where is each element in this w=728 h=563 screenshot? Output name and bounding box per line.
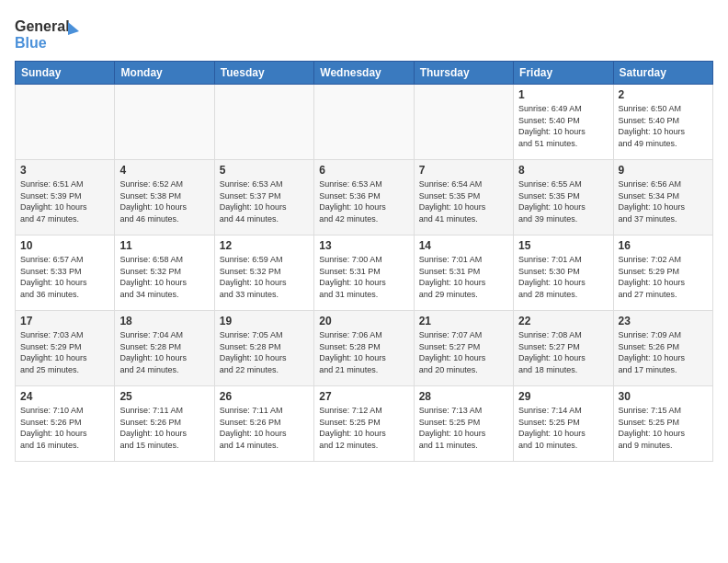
calendar-day bbox=[314, 85, 414, 160]
calendar-day: 29Sunrise: 7:14 AM Sunset: 5:25 PM Dayli… bbox=[514, 386, 613, 462]
calendar-day: 5Sunrise: 6:53 AM Sunset: 5:37 PM Daylig… bbox=[214, 160, 313, 236]
calendar-day: 21Sunrise: 7:07 AM Sunset: 5:27 PM Dayli… bbox=[414, 311, 513, 386]
calendar-day: 7Sunrise: 6:54 AM Sunset: 5:35 PM Daylig… bbox=[414, 160, 513, 236]
calendar-day: 26Sunrise: 7:11 AM Sunset: 5:26 PM Dayli… bbox=[214, 386, 313, 462]
day-number: 8 bbox=[518, 164, 608, 177]
day-info: Sunrise: 6:50 AM Sunset: 5:40 PM Dayligh… bbox=[619, 103, 708, 149]
day-info: Sunrise: 7:06 AM Sunset: 5:28 PM Dayligh… bbox=[319, 329, 408, 375]
day-number: 13 bbox=[319, 239, 408, 252]
calendar-day: 24Sunrise: 7:10 AM Sunset: 5:26 PM Dayli… bbox=[16, 386, 115, 462]
calendar-day: 18Sunrise: 7:04 AM Sunset: 5:28 PM Dayli… bbox=[115, 311, 214, 386]
calendar-week-5: 24Sunrise: 7:10 AM Sunset: 5:26 PM Dayli… bbox=[16, 386, 713, 462]
day-info: Sunrise: 6:54 AM Sunset: 5:35 PM Dayligh… bbox=[419, 178, 508, 224]
day-info: Sunrise: 7:01 AM Sunset: 5:31 PM Dayligh… bbox=[419, 254, 508, 300]
calendar-day bbox=[115, 85, 214, 160]
day-number: 28 bbox=[419, 390, 508, 403]
day-info: Sunrise: 7:03 AM Sunset: 5:29 PM Dayligh… bbox=[20, 329, 109, 375]
day-number: 18 bbox=[119, 315, 209, 327]
day-info: Sunrise: 7:01 AM Sunset: 5:30 PM Dayligh… bbox=[518, 254, 608, 300]
calendar-day: 25Sunrise: 7:11 AM Sunset: 5:26 PM Dayli… bbox=[115, 386, 214, 462]
day-number: 4 bbox=[119, 164, 209, 177]
calendar-day: 1Sunrise: 6:49 AM Sunset: 5:40 PM Daylig… bbox=[514, 85, 613, 160]
calendar-day: 10Sunrise: 6:57 AM Sunset: 5:33 PM Dayli… bbox=[16, 236, 115, 311]
day-number: 3 bbox=[20, 164, 109, 177]
calendar-header-friday: Friday bbox=[514, 62, 613, 85]
calendar-day: 8Sunrise: 6:55 AM Sunset: 5:35 PM Daylig… bbox=[514, 160, 613, 236]
day-number: 12 bbox=[220, 239, 309, 252]
day-number: 15 bbox=[518, 239, 608, 252]
day-number: 9 bbox=[619, 164, 708, 177]
day-number: 30 bbox=[619, 390, 708, 403]
day-number: 2 bbox=[619, 88, 708, 101]
day-info: Sunrise: 7:11 AM Sunset: 5:26 PM Dayligh… bbox=[119, 405, 209, 451]
calendar-day: 9Sunrise: 6:56 AM Sunset: 5:34 PM Daylig… bbox=[613, 160, 712, 236]
calendar-day: 4Sunrise: 6:52 AM Sunset: 5:38 PM Daylig… bbox=[115, 160, 214, 236]
calendar-day: 3Sunrise: 6:51 AM Sunset: 5:39 PM Daylig… bbox=[16, 160, 115, 236]
calendar-day: 16Sunrise: 7:02 AM Sunset: 5:29 PM Dayli… bbox=[613, 236, 712, 311]
calendar-header-tuesday: Tuesday bbox=[214, 62, 313, 85]
day-number: 19 bbox=[220, 315, 309, 327]
day-info: Sunrise: 7:15 AM Sunset: 5:25 PM Dayligh… bbox=[619, 405, 708, 451]
calendar-week-1: 1Sunrise: 6:49 AM Sunset: 5:40 PM Daylig… bbox=[16, 85, 713, 160]
calendar-day: 28Sunrise: 7:13 AM Sunset: 5:25 PM Dayli… bbox=[414, 386, 513, 462]
day-info: Sunrise: 7:09 AM Sunset: 5:26 PM Dayligh… bbox=[619, 329, 708, 375]
calendar-header-wednesday: Wednesday bbox=[314, 62, 414, 85]
day-info: Sunrise: 6:55 AM Sunset: 5:35 PM Dayligh… bbox=[518, 178, 608, 224]
day-info: Sunrise: 7:02 AM Sunset: 5:29 PM Dayligh… bbox=[619, 254, 708, 300]
svg-text:Blue: Blue bbox=[15, 35, 47, 51]
day-number: 22 bbox=[518, 315, 608, 327]
logo: GeneralBlue bbox=[15, 15, 84, 53]
calendar-day: 20Sunrise: 7:06 AM Sunset: 5:28 PM Dayli… bbox=[314, 311, 414, 386]
day-number: 16 bbox=[619, 239, 708, 252]
day-number: 24 bbox=[20, 390, 109, 403]
calendar-day bbox=[214, 85, 313, 160]
day-number: 11 bbox=[119, 239, 209, 252]
calendar-header-sunday: Sunday bbox=[16, 62, 115, 85]
day-info: Sunrise: 7:00 AM Sunset: 5:31 PM Dayligh… bbox=[319, 254, 408, 300]
calendar-day: 11Sunrise: 6:58 AM Sunset: 5:32 PM Dayli… bbox=[115, 236, 214, 311]
day-info: Sunrise: 7:07 AM Sunset: 5:27 PM Dayligh… bbox=[419, 329, 508, 375]
day-info: Sunrise: 7:12 AM Sunset: 5:25 PM Dayligh… bbox=[319, 405, 408, 451]
day-info: Sunrise: 7:08 AM Sunset: 5:27 PM Dayligh… bbox=[518, 329, 608, 375]
day-info: Sunrise: 7:04 AM Sunset: 5:28 PM Dayligh… bbox=[119, 329, 209, 375]
logo-svg: GeneralBlue bbox=[15, 15, 84, 53]
day-info: Sunrise: 7:14 AM Sunset: 5:25 PM Dayligh… bbox=[518, 405, 608, 451]
calendar-day: 14Sunrise: 7:01 AM Sunset: 5:31 PM Dayli… bbox=[414, 236, 513, 311]
day-number: 1 bbox=[518, 88, 608, 101]
calendar-week-2: 3Sunrise: 6:51 AM Sunset: 5:39 PM Daylig… bbox=[16, 160, 713, 236]
day-number: 17 bbox=[20, 315, 109, 327]
day-info: Sunrise: 7:10 AM Sunset: 5:26 PM Dayligh… bbox=[20, 405, 109, 451]
calendar-day: 2Sunrise: 6:50 AM Sunset: 5:40 PM Daylig… bbox=[613, 85, 712, 160]
day-number: 20 bbox=[319, 315, 408, 327]
day-info: Sunrise: 6:57 AM Sunset: 5:33 PM Dayligh… bbox=[20, 254, 109, 300]
calendar-header-saturday: Saturday bbox=[613, 62, 712, 85]
day-number: 27 bbox=[319, 390, 408, 403]
day-info: Sunrise: 7:11 AM Sunset: 5:26 PM Dayligh… bbox=[220, 405, 309, 451]
calendar-day: 19Sunrise: 7:05 AM Sunset: 5:28 PM Dayli… bbox=[214, 311, 313, 386]
calendar-day: 23Sunrise: 7:09 AM Sunset: 5:26 PM Dayli… bbox=[613, 311, 712, 386]
calendar-day: 17Sunrise: 7:03 AM Sunset: 5:29 PM Dayli… bbox=[16, 311, 115, 386]
day-number: 7 bbox=[419, 164, 508, 177]
calendar-day bbox=[16, 85, 115, 160]
calendar-header-monday: Monday bbox=[115, 62, 214, 85]
calendar: SundayMondayTuesdayWednesdayThursdayFrid… bbox=[15, 61, 713, 462]
day-info: Sunrise: 6:59 AM Sunset: 5:32 PM Dayligh… bbox=[220, 254, 309, 300]
calendar-day bbox=[414, 85, 513, 160]
day-info: Sunrise: 6:56 AM Sunset: 5:34 PM Dayligh… bbox=[619, 178, 708, 224]
calendar-day: 6Sunrise: 6:53 AM Sunset: 5:36 PM Daylig… bbox=[314, 160, 414, 236]
calendar-day: 30Sunrise: 7:15 AM Sunset: 5:25 PM Dayli… bbox=[613, 386, 712, 462]
day-number: 5 bbox=[220, 164, 309, 177]
calendar-day: 15Sunrise: 7:01 AM Sunset: 5:30 PM Dayli… bbox=[514, 236, 613, 311]
page-header: GeneralBlue bbox=[15, 15, 713, 53]
day-info: Sunrise: 6:58 AM Sunset: 5:32 PM Dayligh… bbox=[119, 254, 209, 300]
calendar-day: 27Sunrise: 7:12 AM Sunset: 5:25 PM Dayli… bbox=[314, 386, 414, 462]
day-info: Sunrise: 6:49 AM Sunset: 5:40 PM Dayligh… bbox=[518, 103, 608, 149]
day-number: 10 bbox=[20, 239, 109, 252]
day-info: Sunrise: 6:51 AM Sunset: 5:39 PM Dayligh… bbox=[20, 178, 109, 224]
calendar-week-4: 17Sunrise: 7:03 AM Sunset: 5:29 PM Dayli… bbox=[16, 311, 713, 386]
day-number: 14 bbox=[419, 239, 508, 252]
day-number: 25 bbox=[119, 390, 209, 403]
day-number: 29 bbox=[518, 390, 608, 403]
day-info: Sunrise: 6:53 AM Sunset: 5:37 PM Dayligh… bbox=[220, 178, 309, 224]
day-info: Sunrise: 7:13 AM Sunset: 5:25 PM Dayligh… bbox=[419, 405, 508, 451]
